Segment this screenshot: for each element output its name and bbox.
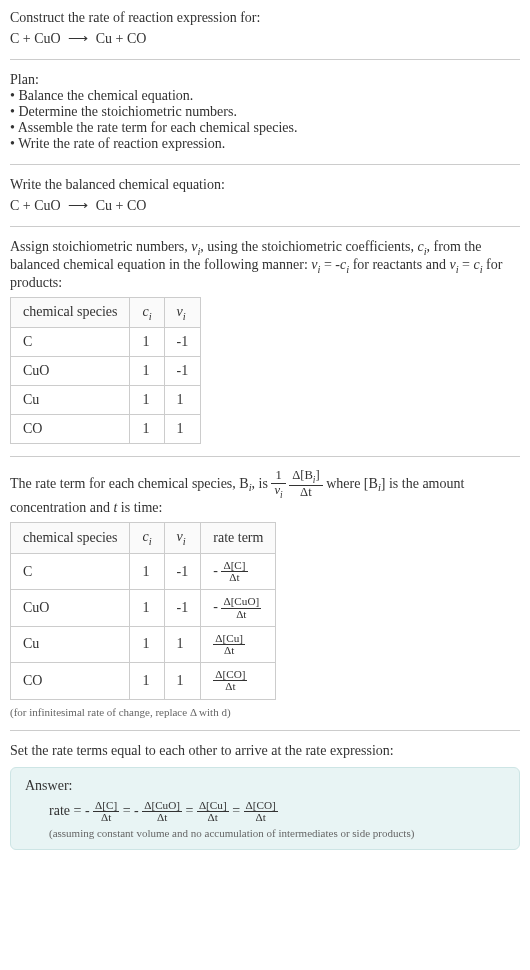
divider: [10, 226, 520, 227]
table-row: CO 1 1 Δ[CO] Δt: [11, 663, 276, 699]
numerator: Δ[Bi]: [289, 469, 323, 486]
cell-nu: -1: [164, 357, 201, 386]
table-row: C 1 -1 - Δ[C] Δt: [11, 553, 276, 589]
cell-nu: 1: [164, 663, 201, 699]
table-row: C 1 -1: [11, 328, 201, 357]
rate-fraction: Δ[CuO] Δt: [142, 800, 182, 823]
denominator: νi: [271, 484, 285, 500]
cell-nu: 1: [164, 626, 201, 662]
balanced-eq-lhs: C + CuO: [10, 198, 61, 213]
rateterm-section: The rate term for each chemical species,…: [10, 469, 520, 717]
intro-eq-lhs: C + CuO: [10, 31, 61, 46]
cell-species: CuO: [11, 357, 130, 386]
plan-bullet: • Determine the stoichiometric numbers.: [10, 104, 520, 120]
reaction-arrow-icon: ⟶: [68, 30, 88, 47]
rateterm-table: chemical species ci νi rate term C 1 -1 …: [10, 522, 276, 699]
cell-species: CO: [11, 663, 130, 699]
rate-fraction: Δ[Cu] Δt: [197, 800, 229, 823]
equals: =: [232, 802, 243, 817]
rate-expression: rate = - Δ[C] Δt = - Δ[CuO] Δt = Δ[Cu] Δ…: [49, 800, 505, 823]
plan-bullet: • Write the rate of reaction expression.: [10, 136, 520, 152]
text: where [B: [326, 476, 378, 491]
denominator: Δt: [221, 572, 247, 583]
cell-c: 1: [130, 415, 164, 444]
cell-rate: - Δ[C] Δt: [201, 553, 276, 589]
denominator: Δt: [93, 812, 119, 823]
text: ]: [315, 468, 319, 482]
numerator: Δ[C]: [93, 800, 119, 812]
rate-fraction: Δ[CuO] Δt: [221, 596, 261, 619]
balanced-equation: C + CuO ⟶ Cu + CO: [10, 197, 520, 214]
stoich-intro: Assign stoichiometric numbers, νi, using…: [10, 239, 520, 291]
cell-c: 1: [130, 386, 164, 415]
sign: -: [213, 599, 218, 614]
text: , using the stoichiometric coefficients,: [200, 239, 417, 254]
answer-box: Answer: rate = - Δ[C] Δt = - Δ[CuO] Δt =…: [10, 767, 520, 850]
text: =: [459, 257, 474, 272]
balanced-eq-rhs: Cu + CO: [96, 198, 147, 213]
final-section: Set the rate terms equal to each other t…: [10, 743, 520, 850]
text: for reactants and: [349, 257, 449, 272]
table-row: Cu 1 1: [11, 386, 201, 415]
rateterm-footnote: (for infinitesimal rate of change, repla…: [10, 706, 520, 718]
table-row: CuO 1 -1 - Δ[CuO] Δt: [11, 590, 276, 626]
divider: [10, 456, 520, 457]
stoich-table: chemical species ci νi C 1 -1 CuO 1 -1 C…: [10, 297, 201, 445]
text: = -: [320, 257, 340, 272]
fraction-delta-b: Δ[Bi] Δt: [289, 469, 323, 500]
col-species: chemical species: [11, 297, 130, 328]
cell-c: 1: [130, 590, 164, 626]
divider: [10, 164, 520, 165]
answer-note: (assuming constant volume and no accumul…: [49, 827, 505, 839]
divider: [10, 59, 520, 60]
text: Assign stoichiometric numbers,: [10, 239, 191, 254]
rate-prefix: rate =: [49, 802, 85, 817]
intro-prompt: Construct the rate of reaction expressio…: [10, 10, 520, 26]
table-row: Cu 1 1 Δ[Cu] Δt: [11, 626, 276, 662]
rate-fraction: Δ[C] Δt: [221, 560, 247, 583]
intro-eq-rhs: Cu + CO: [96, 31, 147, 46]
table-header-row: chemical species ci νi rate term: [11, 523, 276, 554]
cell-species: CO: [11, 415, 130, 444]
cell-c: 1: [130, 626, 164, 662]
sign: -: [85, 802, 90, 817]
cell-rate: - Δ[CuO] Δt: [201, 590, 276, 626]
numerator: Δ[CO]: [244, 800, 278, 812]
cell-species: C: [11, 553, 130, 589]
col-species: chemical species: [11, 523, 130, 554]
rateterm-intro: The rate term for each chemical species,…: [10, 469, 520, 516]
cell-c: 1: [130, 328, 164, 357]
sign: -: [213, 563, 218, 578]
rate-fraction: Δ[CO] Δt: [244, 800, 278, 823]
denominator: Δt: [213, 681, 247, 692]
cell-species: Cu: [11, 386, 130, 415]
numerator: Δ[Cu]: [197, 800, 229, 812]
stoich-section: Assign stoichiometric numbers, νi, using…: [10, 239, 520, 444]
cell-species: C: [11, 328, 130, 357]
final-prompt: Set the rate terms equal to each other t…: [10, 743, 520, 759]
cell-nu: -1: [164, 328, 201, 357]
col-nu: νi: [164, 523, 201, 554]
numerator: Δ[CuO]: [221, 596, 261, 608]
cell-nu: -1: [164, 553, 201, 589]
plan-bullet: • Balance the chemical equation.: [10, 88, 520, 104]
cell-c: 1: [130, 553, 164, 589]
denominator: Δt: [221, 609, 261, 620]
rate-fraction: Δ[Cu] Δt: [213, 633, 245, 656]
plan-bullet: • Assemble the rate term for each chemic…: [10, 120, 520, 136]
col-c: ci: [130, 523, 164, 554]
denominator: Δt: [213, 645, 245, 656]
cell-rate: Δ[CO] Δt: [201, 663, 276, 699]
reaction-arrow-icon: ⟶: [68, 197, 88, 214]
balanced-section: Write the balanced chemical equation: C …: [10, 177, 520, 214]
cell-c: 1: [130, 663, 164, 699]
denominator: Δt: [142, 812, 182, 823]
cell-nu: 1: [164, 386, 201, 415]
table-row: CuO 1 -1: [11, 357, 201, 386]
table-row: CO 1 1: [11, 415, 201, 444]
equals: =: [186, 802, 197, 817]
cell-species: Cu: [11, 626, 130, 662]
text: is time:: [117, 500, 162, 515]
divider: [10, 730, 520, 731]
fraction-one-over-nu: 1 νi: [271, 469, 285, 500]
